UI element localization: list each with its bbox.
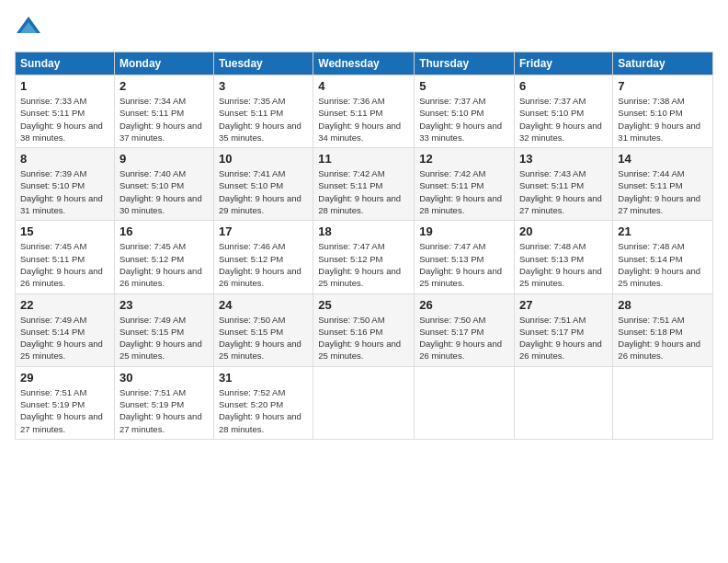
day-cell: 18 Sunrise: 7:47 AMSunset: 5:12 PMDaylig… [313,221,415,293]
day-number: 24 [219,298,308,312]
weekday-header-row: SundayMondayTuesdayWednesdayThursdayFrid… [16,52,713,75]
day-number: 4 [318,79,409,93]
day-cell: 12 Sunrise: 7:42 AMSunset: 5:11 PMDaylig… [415,148,515,221]
day-info: Sunrise: 7:48 AMSunset: 5:13 PMDaylight:… [519,240,608,289]
day-cell [613,366,713,439]
day-info: Sunrise: 7:35 AMSunset: 5:11 PMDaylight:… [219,95,308,144]
day-number: 14 [618,152,708,166]
day-cell: 31 Sunrise: 7:52 AMSunset: 5:20 PMDaylig… [213,366,313,439]
day-number: 7 [618,79,708,93]
day-cell: 17 Sunrise: 7:46 AMSunset: 5:12 PMDaylig… [213,221,313,293]
day-cell: 2 Sunrise: 7:34 AMSunset: 5:11 PMDayligh… [114,75,213,148]
week-row-4: 22 Sunrise: 7:49 AMSunset: 5:14 PMDaylig… [16,293,713,366]
day-info: Sunrise: 7:43 AMSunset: 5:11 PMDaylight:… [519,167,608,216]
day-number: 15 [20,224,109,238]
day-info: Sunrise: 7:33 AMSunset: 5:11 PMDaylight:… [20,95,109,144]
day-number: 21 [618,224,708,238]
weekday-header-thursday: Thursday [415,52,515,75]
day-number: 20 [519,224,608,238]
day-info: Sunrise: 7:45 AMSunset: 5:12 PMDaylight:… [119,240,209,289]
day-info: Sunrise: 7:52 AMSunset: 5:20 PMDaylight:… [219,386,308,435]
day-info: Sunrise: 7:37 AMSunset: 5:10 PMDaylight:… [419,95,509,144]
day-info: Sunrise: 7:50 AMSunset: 5:15 PMDaylight:… [219,314,308,362]
day-number: 9 [119,152,209,166]
day-info: Sunrise: 7:45 AMSunset: 5:11 PMDaylight:… [20,240,109,289]
day-info: Sunrise: 7:51 AMSunset: 5:18 PMDaylight:… [618,314,708,362]
day-info: Sunrise: 7:38 AMSunset: 5:10 PMDaylight:… [618,95,708,144]
day-number: 23 [119,298,209,312]
day-cell: 4 Sunrise: 7:36 AMSunset: 5:11 PMDayligh… [313,75,415,148]
day-info: Sunrise: 7:42 AMSunset: 5:11 PMDaylight:… [318,167,409,216]
day-info: Sunrise: 7:51 AMSunset: 5:19 PMDaylight:… [20,386,109,435]
day-number: 2 [119,79,209,93]
weekday-header-tuesday: Tuesday [213,52,313,75]
day-number: 31 [219,371,308,385]
day-cell: 24 Sunrise: 7:50 AMSunset: 5:15 PMDaylig… [213,293,313,366]
day-info: Sunrise: 7:44 AMSunset: 5:11 PMDaylight:… [618,167,708,216]
page-container: SundayMondayTuesdayWednesdayThursdayFrid… [0,0,728,447]
day-cell: 14 Sunrise: 7:44 AMSunset: 5:11 PMDaylig… [613,148,713,221]
day-info: Sunrise: 7:36 AMSunset: 5:11 PMDaylight:… [318,95,409,144]
day-cell: 22 Sunrise: 7:49 AMSunset: 5:14 PMDaylig… [16,293,115,366]
weekday-header-sunday: Sunday [16,52,115,75]
day-number: 19 [419,224,509,238]
day-info: Sunrise: 7:39 AMSunset: 5:10 PMDaylight:… [20,167,109,216]
day-cell: 26 Sunrise: 7:50 AMSunset: 5:17 PMDaylig… [415,293,515,366]
day-cell: 16 Sunrise: 7:45 AMSunset: 5:12 PMDaylig… [114,221,213,293]
day-number: 13 [519,152,608,166]
weekday-header-saturday: Saturday [613,52,713,75]
day-info: Sunrise: 7:50 AMSunset: 5:16 PMDaylight:… [318,314,409,362]
day-number: 1 [20,79,109,93]
day-number: 17 [219,224,308,238]
week-row-2: 8 Sunrise: 7:39 AMSunset: 5:10 PMDayligh… [16,148,713,221]
day-info: Sunrise: 7:41 AMSunset: 5:10 PMDaylight:… [219,167,308,216]
day-info: Sunrise: 7:49 AMSunset: 5:14 PMDaylight:… [20,314,109,362]
week-row-5: 29 Sunrise: 7:51 AMSunset: 5:19 PMDaylig… [16,366,713,439]
day-info: Sunrise: 7:51 AMSunset: 5:19 PMDaylight:… [119,386,209,435]
day-cell: 20 Sunrise: 7:48 AMSunset: 5:13 PMDaylig… [515,221,613,293]
calendar-table: SundayMondayTuesdayWednesdayThursdayFrid… [15,52,713,440]
day-cell: 29 Sunrise: 7:51 AMSunset: 5:19 PMDaylig… [16,366,115,439]
logo [15,15,46,42]
day-cell: 23 Sunrise: 7:49 AMSunset: 5:15 PMDaylig… [114,293,213,366]
day-number: 27 [519,298,608,312]
day-number: 3 [219,79,308,93]
day-info: Sunrise: 7:49 AMSunset: 5:15 PMDaylight:… [119,314,209,362]
day-number: 12 [419,152,509,166]
week-row-1: 1 Sunrise: 7:33 AMSunset: 5:11 PMDayligh… [16,75,713,148]
day-info: Sunrise: 7:48 AMSunset: 5:14 PMDaylight:… [618,240,708,289]
day-cell [515,366,613,439]
day-cell: 3 Sunrise: 7:35 AMSunset: 5:11 PMDayligh… [213,75,313,148]
day-cell: 5 Sunrise: 7:37 AMSunset: 5:10 PMDayligh… [415,75,515,148]
day-cell: 7 Sunrise: 7:38 AMSunset: 5:10 PMDayligh… [613,75,713,148]
day-info: Sunrise: 7:42 AMSunset: 5:11 PMDaylight:… [419,167,509,216]
day-number: 30 [119,371,209,385]
day-cell: 8 Sunrise: 7:39 AMSunset: 5:10 PMDayligh… [16,148,115,221]
day-number: 5 [419,79,509,93]
day-number: 26 [419,298,509,312]
logo-icon [15,15,42,42]
day-info: Sunrise: 7:51 AMSunset: 5:17 PMDaylight:… [519,314,608,362]
day-number: 8 [20,152,109,166]
day-info: Sunrise: 7:34 AMSunset: 5:11 PMDaylight:… [119,95,209,144]
day-info: Sunrise: 7:40 AMSunset: 5:10 PMDaylight:… [119,167,209,216]
day-cell: 11 Sunrise: 7:42 AMSunset: 5:11 PMDaylig… [313,148,415,221]
day-cell: 25 Sunrise: 7:50 AMSunset: 5:16 PMDaylig… [313,293,415,366]
day-info: Sunrise: 7:46 AMSunset: 5:12 PMDaylight:… [219,240,308,289]
day-number: 11 [318,152,409,166]
week-row-3: 15 Sunrise: 7:45 AMSunset: 5:11 PMDaylig… [16,221,713,293]
weekday-header-wednesday: Wednesday [313,52,415,75]
weekday-header-monday: Monday [114,52,213,75]
day-info: Sunrise: 7:47 AMSunset: 5:13 PMDaylight:… [419,240,509,289]
day-cell: 30 Sunrise: 7:51 AMSunset: 5:19 PMDaylig… [114,366,213,439]
day-cell: 1 Sunrise: 7:33 AMSunset: 5:11 PMDayligh… [16,75,115,148]
day-number: 10 [219,152,308,166]
day-number: 28 [618,298,708,312]
day-info: Sunrise: 7:50 AMSunset: 5:17 PMDaylight:… [419,314,509,362]
day-cell: 19 Sunrise: 7:47 AMSunset: 5:13 PMDaylig… [415,221,515,293]
day-cell [415,366,515,439]
day-cell: 21 Sunrise: 7:48 AMSunset: 5:14 PMDaylig… [613,221,713,293]
weekday-header-friday: Friday [515,52,613,75]
day-cell: 27 Sunrise: 7:51 AMSunset: 5:17 PMDaylig… [515,293,613,366]
day-cell: 28 Sunrise: 7:51 AMSunset: 5:18 PMDaylig… [613,293,713,366]
